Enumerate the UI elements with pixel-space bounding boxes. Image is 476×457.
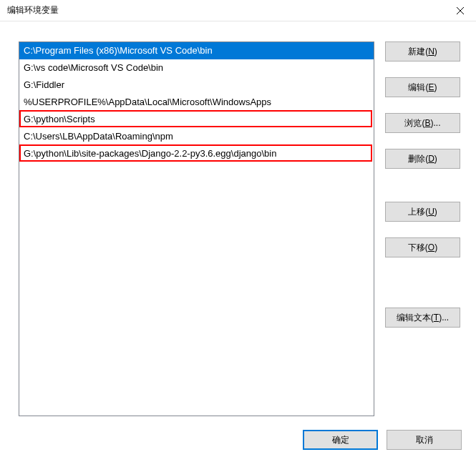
close-icon [457,7,464,14]
title-bar: 编辑环境变量 [0,0,476,21]
content-area: C:\Program Files (x86)\Microsoft VS Code… [0,21,476,422]
path-item[interactable]: %USERPROFILE%\AppData\Local\Microsoft\Wi… [19,94,374,111]
ok-button[interactable]: 确定 [303,430,378,450]
footer: 确定 取消 [0,423,476,457]
window-title: 编辑环境变量 [7,4,59,16]
path-item[interactable]: G:\vs code\Microsoft VS Code\bin [19,59,374,77]
path-item[interactable]: C:\Program Files (x86)\Microsoft VS Code… [19,42,374,59]
browse-button[interactable]: 浏览(B)... [385,113,460,133]
edit-button[interactable]: 编辑(E) [385,77,460,97]
move-down-button[interactable]: 下移(O) [385,237,460,257]
side-buttons: 新建(N) 编辑(E) 浏览(B)... 删除(D) 上移(U) 下移(O) 编… [385,41,460,343]
path-listbox[interactable]: C:\Program Files (x86)\Microsoft VS Code… [19,41,374,416]
cancel-button[interactable]: 取消 [387,430,462,450]
move-up-button[interactable]: 上移(U) [385,202,460,222]
edit-text-button[interactable]: 编辑文本(T)... [385,308,460,328]
path-item[interactable]: G:\python\Lib\site-packages\Django-2.2-p… [19,145,374,162]
path-item[interactable]: G:\python\Scripts [19,111,374,128]
delete-button[interactable]: 删除(D) [385,149,460,169]
path-item[interactable]: C:\Users\LB\AppData\Roaming\npm [19,128,374,145]
close-button[interactable] [444,0,476,21]
new-button[interactable]: 新建(N) [385,41,460,62]
path-item[interactable]: G:\Fiddler [19,77,374,94]
